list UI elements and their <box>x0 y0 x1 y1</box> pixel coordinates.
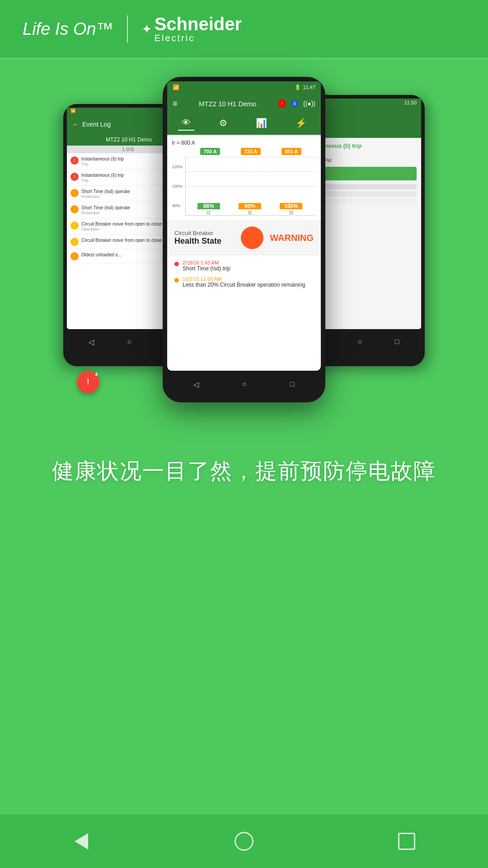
recent-square-icon <box>398 833 415 850</box>
y-label-105: 105% <box>172 184 183 189</box>
home-circle-icon <box>235 832 253 851</box>
notif-text-1: Short Time (Isd) trip <box>183 265 230 272</box>
main-content: 📶 11:45 ← Event Log MTZ2 10 H1 Demo LOG … <box>0 59 488 814</box>
alert-badge: ! <box>278 99 286 108</box>
tab-lightning-icon[interactable]: ⚡ <box>292 116 310 131</box>
grid-line-bot <box>186 186 316 187</box>
bar-2-label: I2 <box>248 210 252 215</box>
notif-item-1: 2/18/16 1:43 AM Short Time (Isd) trip <box>174 260 314 272</box>
notifications-panel: 2/18/16 1:43 AM Short Time (Isd) trip 12… <box>167 255 321 297</box>
count-badge: 4 <box>291 99 299 108</box>
left-signal-icon: 📶 <box>70 108 75 113</box>
bar-3: 106% <box>280 203 302 209</box>
center-signal-icon: 📶 <box>173 84 179 90</box>
right-nav-home[interactable]: ○ <box>357 338 362 346</box>
center-nav-recent[interactable]: □ <box>290 380 295 388</box>
notif-content-1: 2/18/16 1:43 AM Short Time (Isd) trip <box>183 260 230 272</box>
left-nav-back[interactable]: ◁ <box>89 338 94 346</box>
bar-group-1: 88% I1 <box>188 203 229 215</box>
center-status-right: 🔋 11:47 <box>295 85 315 90</box>
log-icon-yellow-2: ! <box>70 238 79 246</box>
left-title: Event Log <box>82 121 111 128</box>
center-phone-nav: ◁ ○ □ <box>163 375 325 393</box>
chinese-tagline: 健康状况一目了然，提前预防停电故障 <box>52 457 436 486</box>
notif-text-2: Less than 20% Circuit Breaker operation … <box>183 282 305 288</box>
col-header-3: 851 A <box>282 148 302 155</box>
wifi-icon: ((●)) <box>303 100 315 107</box>
log-icon-orange-1: ! <box>70 189 79 197</box>
center-nav-back[interactable]: ◁ <box>193 380 199 389</box>
log-icon-orange-2: ! <box>70 205 79 213</box>
log-icon-orange-3: ! <box>70 252 79 260</box>
bar-3-label: I3 <box>289 210 293 215</box>
col-header-1: 700 A <box>200 148 221 155</box>
center-status-bar: 📶 🔋 11:47 <box>167 81 321 93</box>
health-small-title: Circuit Breaker <box>174 230 235 236</box>
bar-1-label: I1 <box>206 210 210 215</box>
brand-logo: Life Is On™ ✦ Schneider Electric <box>23 15 242 43</box>
y-label-90: 90% <box>172 203 183 208</box>
bottom-nav-home[interactable] <box>230 828 258 855</box>
notif-item-2: 12/2/15 11:00 AM Less than 20% Circuit B… <box>174 276 314 288</box>
bar-1: 88% <box>197 203 220 209</box>
column-headers: 700 A 723 A 851 A <box>185 148 316 155</box>
ir-label: Ir = 800 A <box>172 140 316 146</box>
health-circle-indicator <box>241 226 263 249</box>
left-nav-home[interactable]: ○ <box>127 338 131 346</box>
center-time: 11:47 <box>303 85 315 90</box>
right-nav-recent[interactable]: □ <box>395 338 399 346</box>
y-axis-labels: 120% 105% 90% <box>172 157 183 215</box>
bar-chart: 120% 105% 90% 88% I1 <box>185 157 316 216</box>
bar-group-3: 106% I3 <box>271 203 312 215</box>
health-large-title: Health State <box>174 236 235 246</box>
tab-chart-icon[interactable]: 📊 <box>252 116 271 131</box>
notif-date-2: 12/2/15 11:00 AM <box>183 276 305 282</box>
schneider-electric-logo: ✦ Schneider Electric <box>141 15 242 43</box>
notif-dot-1 <box>174 262 179 266</box>
left-back-icon[interactable]: ← <box>72 121 79 128</box>
back-triangle-icon <box>75 833 88 849</box>
notif-date-1: 2/18/16 1:43 AM <box>183 260 230 265</box>
center-phone: 📶 🔋 11:47 ≡ MTZ2 10 H1 Demo ! 4 ((●)) <box>163 77 325 402</box>
float-notification-badge[interactable]: ! 4 <box>77 371 99 393</box>
bottom-nav-recent[interactable] <box>393 828 420 855</box>
phones-container: 📶 11:45 ← Event Log MTZ2 10 H1 Demo LOG … <box>63 77 425 429</box>
header: Life Is On™ ✦ Schneider Electric <box>0 0 488 59</box>
bottom-nav-back[interactable] <box>68 828 95 855</box>
health-state-panel: Circuit Breaker Health State WARNING <box>167 220 321 255</box>
log-icon-yellow-1: ! <box>70 222 79 230</box>
col-header-2: 723 A <box>241 148 261 155</box>
center-phone-screen: 📶 🔋 11:47 ≡ MTZ2 10 H1 Demo ! 4 ((●)) <box>167 81 321 371</box>
right-time: 11:50 <box>404 100 417 105</box>
hamburger-icon[interactable]: ≡ <box>173 99 178 108</box>
grid-line-mid <box>186 171 316 172</box>
center-battery-icon: 🔋 <box>295 85 301 90</box>
grid-line-top <box>186 157 316 157</box>
center-app-bar: ≡ MTZ2 10 H1 Demo ! 4 ((●)) <box>167 93 321 114</box>
float-badge-count: 4 <box>95 372 98 377</box>
life-is-on-text: Life Is On™ <box>23 19 113 39</box>
notif-content-2: 12/2/15 11:00 AM Less than 20% Circuit B… <box>183 276 305 288</box>
center-tabs[interactable]: 👁 ⚙ 📊 ⚡ <box>167 114 321 135</box>
tab-eye-icon[interactable]: 👁 <box>178 116 194 131</box>
center-nav-home[interactable]: ○ <box>242 380 247 388</box>
center-title: MTZ2 10 H1 Demo <box>182 100 273 108</box>
bottom-navigation <box>0 814 488 868</box>
float-badge-icon: ! <box>87 378 89 386</box>
warning-text: WARNING <box>270 233 314 243</box>
tab-settings-icon[interactable]: ⚙ <box>216 116 231 131</box>
notif-dot-2 <box>174 278 179 283</box>
log-icon-red-2: ! <box>70 173 79 181</box>
bar-2: 90% <box>239 203 261 209</box>
bar-group-2: 90% I2 <box>229 203 270 215</box>
chart-area: Ir = 800 A 700 A 723 A 851 A 120% 105% 9… <box>167 135 321 220</box>
log-icon-red-1: ! <box>70 156 79 165</box>
health-labels: Circuit Breaker Health State <box>174 230 235 246</box>
y-label-120: 120% <box>172 165 183 169</box>
logo-divider <box>127 15 128 42</box>
